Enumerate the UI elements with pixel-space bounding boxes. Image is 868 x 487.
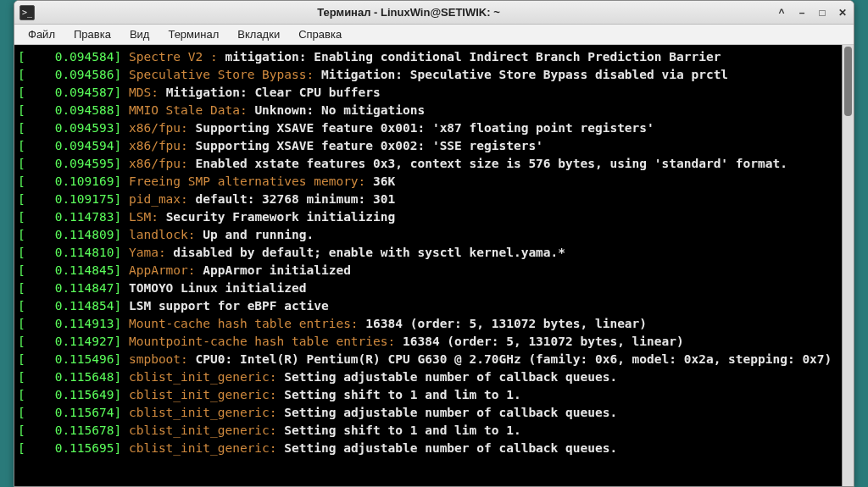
- log-line: [ 0.115678] cblist_init_generic: Setting…: [18, 422, 837, 440]
- menu-file[interactable]: Файл: [19, 26, 64, 42]
- menu-help[interactable]: Справка: [290, 26, 350, 42]
- log-line: [ 0.094586] Speculative Store Bypass: Mi…: [18, 66, 837, 84]
- log-line: [ 0.094593] x86/fpu: Supporting XSAVE fe…: [18, 119, 837, 137]
- menubar: Файл Правка Вид Терминал Вкладки Справка: [14, 25, 854, 45]
- menu-view[interactable]: Вид: [121, 26, 159, 42]
- log-line: [ 0.094584] Spectre V2 : mitigation: Ena…: [18, 48, 837, 66]
- log-line: [ 0.114845] AppArmor: AppArmor initializ…: [18, 262, 837, 279]
- log-line: [ 0.114783] LSM: Security Framework init…: [18, 208, 837, 226]
- log-line: [ 0.094587] MDS: Mitigation: Clear CPU b…: [18, 84, 837, 102]
- terminal-icon: >_: [19, 5, 35, 20]
- log-line: [ 0.114847] TOMOYO Linux initialized: [18, 279, 837, 297]
- log-line: [ 0.094595] x86/fpu: Enabled xstate feat…: [18, 155, 837, 173]
- log-line: [ 0.115695] cblist_init_generic: Setting…: [18, 440, 837, 457]
- log-line: [ 0.115496] smpboot: CPU0: Intel(R) Pent…: [18, 351, 837, 368]
- terminal-area: [ 0.094584] Spectre V2 : mitigation: Ena…: [14, 45, 854, 486]
- menu-edit[interactable]: Правка: [65, 26, 120, 42]
- window-title: Терминал - LinuxWin@SETIWIK: ~: [42, 6, 776, 19]
- close-icon[interactable]: ✕: [837, 7, 849, 19]
- log-line: [ 0.114854] LSM support for eBPF active: [18, 297, 837, 315]
- terminal-window: >_ Терминал - LinuxWin@SETIWIK: ~ ^ – □ …: [14, 0, 854, 487]
- minimize-icon[interactable]: –: [796, 7, 808, 19]
- scrollbar[interactable]: [842, 45, 854, 486]
- window-controls: ^ – □ ✕: [776, 7, 849, 19]
- log-line: [ 0.114913] Mount-cache hash table entri…: [18, 315, 837, 333]
- maximize-icon[interactable]: □: [816, 7, 828, 19]
- log-line: [ 0.114810] Yama: disabled by default; e…: [18, 244, 837, 262]
- log-line: [ 0.109169] Freeing SMP alternatives mem…: [18, 173, 837, 191]
- log-line: [ 0.094594] x86/fpu: Supporting XSAVE fe…: [18, 137, 837, 155]
- terminal-output[interactable]: [ 0.094584] Spectre V2 : mitigation: Ena…: [14, 45, 842, 486]
- log-line: [ 0.115674] cblist_init_generic: Setting…: [18, 404, 837, 422]
- rollup-icon[interactable]: ^: [776, 7, 787, 19]
- menu-tabs[interactable]: Вкладки: [229, 26, 288, 42]
- menu-terminal[interactable]: Терминал: [159, 26, 227, 42]
- log-line: [ 0.114809] landlock: Up and running.: [18, 226, 837, 244]
- log-line: [ 0.114927] Mountpoint-cache hash table …: [18, 333, 837, 351]
- scrollbar-thumb[interactable]: [844, 47, 852, 116]
- log-line: [ 0.109175] pid_max: default: 32768 mini…: [18, 191, 837, 208]
- log-line: [ 0.094588] MMIO Stale Data: Unknown: No…: [18, 102, 837, 119]
- log-line: [ 0.115649] cblist_init_generic: Setting…: [18, 386, 837, 404]
- log-line: [ 0.115648] cblist_init_generic: Setting…: [18, 368, 837, 386]
- titlebar[interactable]: >_ Терминал - LinuxWin@SETIWIK: ~ ^ – □ …: [14, 1, 854, 25]
